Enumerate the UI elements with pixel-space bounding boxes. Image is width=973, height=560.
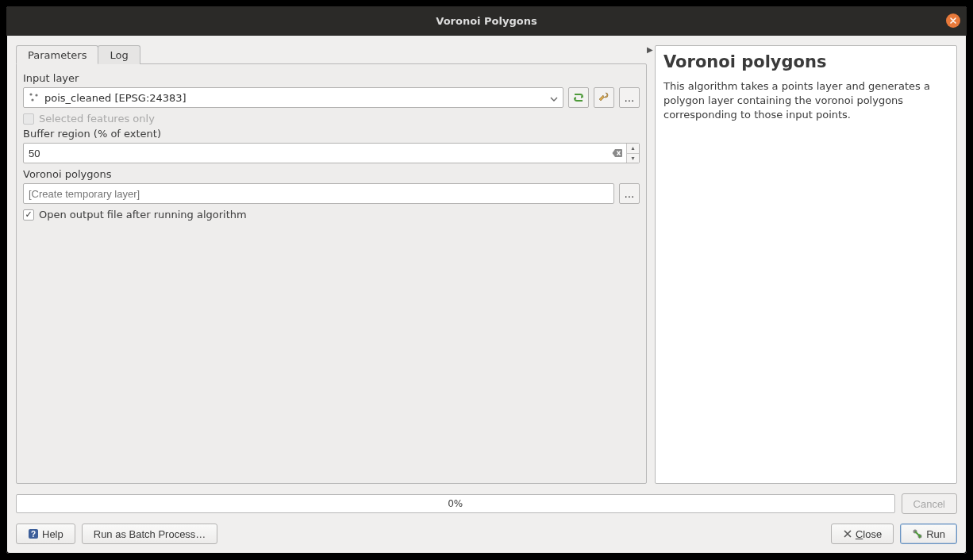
help-body-text: This algorithm takes a points layer and … (663, 79, 948, 123)
run-icon (912, 528, 923, 539)
tab-strip: Parameters Log (16, 45, 647, 64)
input-layer-browse-button[interactable]: … (619, 87, 640, 108)
iterate-features-button[interactable] (568, 87, 589, 108)
spin-down-button[interactable]: ▾ (627, 154, 639, 163)
clear-value-button[interactable] (609, 148, 626, 158)
footer-row: ? Help Run as Batch Process… Close (16, 524, 957, 544)
progress-bar: 0% (16, 494, 895, 513)
help-button[interactable]: ? Help (16, 524, 75, 544)
open-output-checkbox[interactable] (23, 209, 34, 221)
parameters-pane: Parameters Log Input layer pois_cleaned … (16, 45, 647, 484)
svg-text:?: ? (31, 530, 36, 539)
spin-up-button[interactable]: ▴ (627, 144, 639, 154)
output-layer-input[interactable] (29, 188, 609, 200)
buffer-region-label: Buffer region (% of extent) (23, 128, 640, 140)
input-layer-row: pois_cleaned [EPSG:24383] (23, 87, 640, 108)
help-collapse-toggle[interactable]: ▶ (647, 45, 653, 54)
output-layer-label: Voronoi polygons (23, 168, 640, 180)
chevron-down-icon (550, 92, 558, 104)
window-title: Voronoi Polygons (436, 15, 536, 27)
tab-parameters[interactable]: Parameters (16, 45, 98, 64)
iterate-icon (571, 91, 586, 104)
close-x-icon (843, 529, 852, 539)
output-layer-browse-button[interactable]: … (619, 183, 640, 204)
input-layer-value: pois_cleaned [EPSG:24383] (44, 92, 550, 104)
progress-row: 0% Cancel (16, 493, 957, 514)
window-close-button[interactable] (946, 13, 960, 28)
buffer-region-spinbox[interactable]: ▴ ▾ (23, 143, 640, 163)
ellipsis-icon: … (624, 188, 634, 200)
input-layer-combo[interactable]: pois_cleaned [EPSG:24383] (23, 87, 563, 108)
run-batch-button[interactable]: Run as Batch Process… (82, 524, 218, 544)
open-output-label: Open output file after running algorithm (39, 209, 247, 221)
tab-log[interactable]: Log (98, 45, 140, 64)
titlebar: Voronoi Polygons (6, 6, 967, 36)
cancel-button: Cancel (902, 493, 957, 514)
help-title: Voronoi polygons (663, 52, 948, 71)
buffer-region-row: ▴ ▾ (23, 143, 640, 163)
help-button-label: Help (42, 528, 63, 540)
output-layer-field[interactable] (23, 183, 614, 204)
svg-point-0 (29, 93, 32, 95)
spin-buttons: ▴ ▾ (626, 144, 639, 163)
help-icon: ? (28, 528, 39, 539)
input-layer-label: Input layer (23, 72, 640, 84)
svg-point-2 (31, 98, 33, 101)
progress-text: 0% (448, 498, 463, 509)
help-panel: Voronoi polygons This algorithm takes a … (655, 45, 957, 484)
close-icon (949, 17, 957, 25)
close-button-label: Close (856, 528, 882, 540)
dialog-window: Voronoi Polygons ▶ Parameters Log Input … (6, 6, 967, 554)
dialog-body: ▶ Parameters Log Input layer (6, 36, 967, 554)
advanced-options-button[interactable] (594, 87, 614, 108)
main-row: ▶ Parameters Log Input layer (16, 45, 957, 484)
point-layer-icon (29, 92, 40, 103)
run-button-label: Run (926, 528, 945, 540)
backspace-icon (612, 148, 623, 158)
svg-point-1 (35, 94, 37, 96)
output-layer-row: … (23, 183, 640, 204)
wrench-icon (597, 90, 611, 105)
buffer-region-input[interactable] (29, 148, 609, 159)
selected-features-label: Selected features only (39, 113, 155, 125)
selected-features-checkrow: Selected features only (23, 113, 640, 125)
parameters-tab-body: Input layer pois_cleaned [EPSG:24383] (16, 63, 647, 484)
open-output-checkrow[interactable]: Open output file after running algorithm (23, 209, 640, 221)
close-button[interactable]: Close (831, 524, 894, 544)
run-button[interactable]: Run (900, 524, 957, 544)
ellipsis-icon: … (624, 92, 634, 104)
selected-features-checkbox (23, 113, 34, 125)
